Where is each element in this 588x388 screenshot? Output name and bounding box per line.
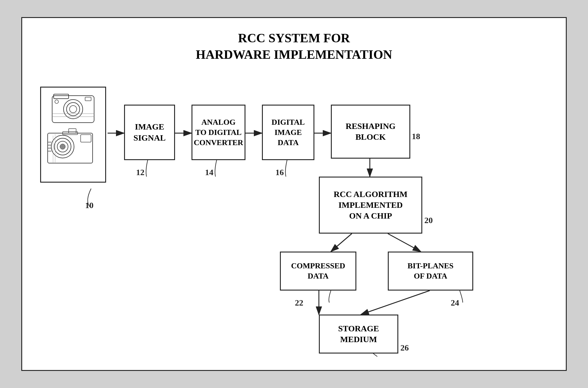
svg-rect-15 (85, 97, 91, 101)
svg-line-9 (361, 291, 430, 315)
ref-16: 16 (275, 168, 284, 177)
reshaping-block: RESHAPINGBLOCK (331, 105, 410, 159)
ref-26: 26 (400, 343, 409, 353)
rcc-algorithm-label: RCC ALGORITHMIMPLEMENTEDON A CHIP (334, 189, 408, 222)
ref-12: 12 (136, 168, 144, 177)
camera-image-box (40, 87, 106, 183)
svg-rect-24 (81, 135, 91, 142)
svg-point-23 (60, 144, 65, 149)
storage-medium-block: STORAGEMEDIUM (319, 315, 398, 354)
ref-18: 18 (412, 132, 420, 141)
svg-point-14 (70, 106, 77, 113)
adc-label: ANALOGTO DIGITALCONVERTER (194, 117, 243, 148)
reshaping-block-label: RESHAPINGBLOCK (346, 121, 395, 143)
diagram-container: RCC SYSTEM FOR HARDWARE IMPLEMENTATION (21, 17, 567, 371)
svg-rect-32 (69, 129, 76, 133)
ref-22: 22 (295, 298, 303, 308)
svg-point-16 (55, 100, 58, 103)
ref-10: 10 (85, 201, 94, 210)
adc-block: ANALOGTO DIGITALCONVERTER (192, 105, 245, 160)
title-line1: RCC SYSTEM FOR (238, 31, 350, 45)
compressed-data-block: COMPRESSEDDATA (280, 252, 356, 291)
digital-image-data-block: DIGITALIMAGEDATA (262, 105, 314, 160)
ref-20: 20 (424, 216, 433, 225)
rcc-algorithm-block: RCC ALGORITHMIMPLEMENTEDON A CHIP (319, 177, 422, 234)
bit-planes-label: BIT-PLANESOF DATA (408, 261, 454, 281)
digital-image-data-label: DIGITALIMAGEDATA (272, 117, 305, 148)
storage-medium-label: STORAGEMEDIUM (338, 323, 379, 345)
camera-illustration (43, 91, 103, 178)
svg-line-7 (388, 234, 421, 252)
svg-line-6 (331, 234, 352, 252)
ref-24: 24 (451, 298, 459, 308)
ref-14: 14 (205, 168, 213, 177)
diagram-body: 10 IMAGESIGNAL 12 ANALOGTO DIGITALCONVER… (31, 75, 557, 360)
compressed-data-label: COMPRESSEDDATA (291, 261, 345, 281)
image-signal-block: IMAGESIGNAL (124, 105, 175, 160)
svg-rect-11 (54, 94, 69, 99)
diagram-title: RCC SYSTEM FOR HARDWARE IMPLEMENTATION (31, 30, 557, 63)
title-line2: HARDWARE IMPLEMENTATION (196, 48, 392, 61)
image-signal-label: IMAGESIGNAL (133, 121, 165, 143)
bit-planes-block: BIT-PLANESOF DATA (388, 252, 473, 291)
